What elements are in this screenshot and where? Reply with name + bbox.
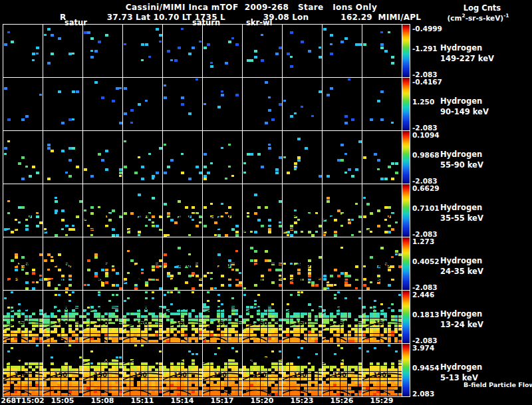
panel-r3c8 — [283, 131, 322, 184]
panel-r1c5 — [163, 25, 202, 77]
data-pixel — [68, 159, 72, 162]
data-pixel — [344, 115, 348, 118]
data-pixel — [164, 96, 167, 99]
panel-r3c5 — [163, 131, 202, 184]
data-pixel — [268, 109, 271, 112]
panel-r6c2: 120150 — [43, 291, 82, 343]
data-pixel — [196, 166, 199, 168]
contour-line — [362, 227, 402, 233]
panel-r1c7 — [243, 25, 282, 77]
data-pixel — [308, 50, 311, 53]
data-pixel — [21, 156, 25, 159]
data-pixel — [84, 31, 87, 34]
data-pixel — [178, 47, 181, 49]
contour-line — [243, 337, 267, 342]
inca-plot-root: Cassini/MIMI Inca mTOF 2009-268 Stare Io… — [0, 0, 532, 405]
data-pixel — [156, 172, 159, 174]
data-pixel — [247, 59, 250, 62]
data-pixel — [36, 47, 39, 49]
data-pixel — [119, 87, 122, 89]
data-pixel — [250, 59, 253, 62]
contour-label: 150 — [178, 212, 191, 219]
data-pixel — [225, 62, 228, 65]
time-label: 15:23 — [290, 396, 313, 405]
time-label: 15:08 — [90, 396, 114, 405]
data-pixel — [124, 43, 126, 45]
panel-r1c1 — [3, 25, 43, 77]
panel-r3c4 — [123, 131, 162, 184]
data-pixel — [141, 43, 144, 46]
data-pixel — [203, 175, 207, 178]
units-superscript-neg1: -1 — [503, 13, 509, 19]
panel-r4c6: 150 — [203, 184, 242, 237]
data-pixel — [170, 159, 174, 162]
colorbar-tick-mid: -1.291 — [412, 45, 438, 53]
contour-overlay: 120150 — [83, 291, 122, 343]
colorbar-row7 — [402, 343, 410, 397]
data-pixel — [327, 94, 330, 96]
data-pixel — [68, 175, 72, 178]
contour-label: 150 — [98, 212, 111, 219]
data-pixel — [203, 47, 207, 49]
data-pixel — [164, 84, 166, 86]
data-pixel — [203, 103, 206, 105]
data-pixel — [138, 156, 140, 158]
data-pixel — [297, 156, 301, 159]
data-pixel — [330, 34, 333, 37]
data-pixel — [290, 65, 293, 68]
panel-r7c10: 120150 — [362, 344, 402, 396]
data-pixel — [265, 81, 268, 84]
contour-overlay: 150 — [362, 184, 402, 237]
contour-label: 150 — [337, 261, 350, 269]
units-prefix: (cm — [447, 14, 462, 22]
data-pixel — [221, 94, 224, 96]
panel-r5c5: 150180 — [163, 237, 202, 290]
panel-r7c8: 120150 — [283, 344, 322, 396]
contour-overlay: 150180 — [163, 237, 202, 290]
contour-label: 180 — [372, 276, 385, 283]
data-pixel — [36, 53, 39, 55]
data-pixel — [98, 41, 101, 43]
data-pixel — [294, 168, 297, 170]
contour-overlay: 150 — [43, 184, 82, 237]
data-pixel — [210, 62, 213, 64]
contour-label: 150 — [295, 319, 308, 327]
contour-line — [323, 337, 346, 342]
contour-label: 120 — [15, 304, 29, 311]
data-pixel — [51, 53, 54, 55]
data-pixel — [391, 122, 394, 124]
panel-r3c2 — [43, 131, 82, 184]
data-pixel — [210, 65, 213, 68]
contour-label: 180 — [292, 276, 305, 283]
data-pixel — [152, 178, 154, 180]
panel-r2c2 — [43, 78, 82, 130]
panel-r1c3 — [83, 25, 122, 77]
contour-label: 150 — [255, 319, 268, 327]
data-pixel — [72, 53, 74, 55]
panel-r1c10 — [362, 25, 402, 77]
panel-r7c9: 120150 — [323, 344, 362, 396]
contour-label: 180 — [332, 276, 345, 283]
data-pixel — [207, 43, 210, 46]
contour-overlay: 150 — [243, 184, 282, 237]
panel-r6c10: 120150 — [362, 291, 402, 343]
contour-overlay: 120150 — [203, 291, 242, 343]
data-pixel — [170, 59, 173, 61]
data-pixel — [188, 53, 192, 55]
data-pixel — [188, 112, 192, 115]
contour-label: 180 — [172, 276, 186, 283]
colorbar-tick-top: 0.1094 — [412, 131, 440, 139]
data-pixel — [90, 37, 94, 40]
colorbar-row1 — [402, 24, 410, 78]
data-pixel — [283, 156, 286, 158]
contour-label: 150 — [374, 319, 388, 327]
contour-label: 120 — [55, 356, 68, 363]
data-pixel — [279, 156, 282, 159]
contour-overlay: 120150 — [123, 344, 162, 396]
data-pixel — [305, 147, 308, 150]
row-energy-label: 24-35 keV — [440, 267, 483, 276]
data-pixel — [138, 103, 141, 106]
colorbar-units: (cm2-sr-s-keV)-1 — [424, 13, 532, 22]
data-pixel — [148, 153, 151, 155]
data-pixel — [294, 162, 297, 165]
